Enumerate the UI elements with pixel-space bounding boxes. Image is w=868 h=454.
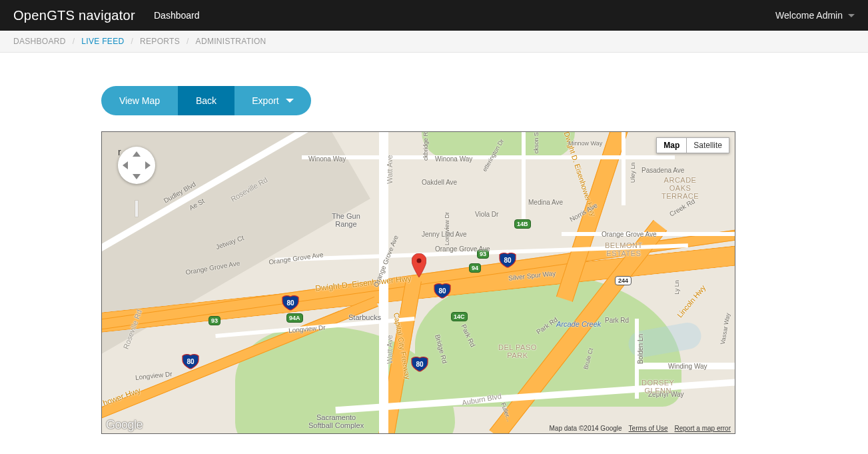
- street-label: Orange Grove Ave: [435, 245, 490, 253]
- svg-point-4: [417, 259, 422, 263]
- maptype-satellite-button[interactable]: Satellite: [686, 137, 729, 153]
- route-badge: 244: [615, 276, 632, 285]
- navbar: OpenGTS navigator Dashboard Welcome Admi…: [0, 0, 868, 31]
- user-menu[interactable]: Welcome Admin: [775, 10, 855, 21]
- google-watermark: Google: [106, 418, 143, 432]
- interstate-shield-icon: 80: [182, 353, 199, 369]
- pan-right-icon[interactable]: [145, 161, 151, 169]
- content: View Map Back Export: [101, 86, 835, 434]
- street-label: Ly Ln: [673, 280, 680, 295]
- route-badge: 94: [469, 263, 481, 273]
- subnav-item-administration[interactable]: ADMINISTRATION: [196, 37, 266, 46]
- interstate-shield-icon: 80: [434, 283, 451, 299]
- zoom-slider[interactable]: [135, 200, 139, 217]
- street-label: Park Rd: [605, 317, 629, 324]
- interstate-shield-icon: 80: [411, 356, 428, 372]
- pan-control[interactable]: r: [118, 147, 155, 184]
- maptype-map-button[interactable]: Map: [656, 137, 686, 153]
- maptype-toggle: Map Satellite: [656, 137, 729, 153]
- street-label: Vassar Way: [719, 313, 731, 345]
- street-label: Orange Grove Ave: [602, 231, 657, 238]
- street-label: ckson St: [533, 131, 540, 153]
- shield-text: 80: [438, 287, 446, 295]
- export-button[interactable]: Export: [234, 86, 311, 115]
- subnav-item-dashboard[interactable]: DASHBOARD: [13, 37, 66, 46]
- route-badge: 94A: [286, 313, 303, 323]
- street-label: Winona Way: [435, 155, 472, 163]
- poi-label: Starbucks: [348, 313, 381, 321]
- area-label: DEL PASO PARK: [498, 343, 537, 359]
- svg-text:80: 80: [187, 358, 195, 365]
- pan-up-icon[interactable]: [133, 151, 141, 157]
- caret-down-icon: [848, 14, 855, 17]
- area-label: DORSEY GLENN: [642, 379, 674, 395]
- brand[interactable]: OpenGTS navigator: [13, 8, 135, 23]
- view-map-button[interactable]: View Map: [101, 86, 178, 115]
- pan-down-icon[interactable]: [133, 174, 141, 179]
- route-badge: 93: [209, 316, 220, 325]
- svg-text:80: 80: [504, 257, 512, 264]
- map-attribution: Map data ©2014 Google: [549, 425, 622, 432]
- svg-text:80: 80: [416, 361, 424, 368]
- separator: /: [131, 37, 133, 46]
- subnav: DASHBOARD / LIVE FEED / REPORTS / ADMINI…: [0, 31, 868, 53]
- street-label: Pasadena Ave: [642, 167, 684, 174]
- navbar-left: OpenGTS navigator Dashboard: [13, 8, 199, 23]
- interstate-shield-icon: 80: [499, 252, 516, 268]
- street-label: Lincoln Hwy: [675, 283, 707, 319]
- pan-left-icon[interactable]: [123, 161, 128, 169]
- caret-down-icon: [286, 99, 294, 103]
- area-label: BELMONT ESTATES: [605, 241, 643, 257]
- road-vert1: [522, 131, 526, 219]
- interstate-shield-icon: 80: [282, 295, 299, 311]
- road-vert2: [622, 131, 626, 205]
- street-label: ckbridge Rd: [422, 131, 429, 161]
- street-label: Bolden Ln: [637, 334, 644, 364]
- page-body: View Map Back Export: [0, 53, 868, 434]
- page-title[interactable]: Dashboard: [154, 10, 200, 21]
- street-label: Longview Dr: [444, 212, 450, 245]
- street-label: Medina Ave: [528, 199, 563, 206]
- back-button[interactable]: Back: [178, 86, 234, 115]
- report-link[interactable]: Report a map error: [675, 425, 731, 432]
- button-pill-group: View Map Back Export: [101, 86, 311, 115]
- map[interactable]: Dwight D. Eisenhower Hwy Dwight D. Eisen…: [101, 131, 735, 434]
- street-label: Minnow Way: [568, 140, 602, 147]
- subnav-item-livefeed[interactable]: LIVE FEED: [81, 37, 124, 46]
- separator: /: [73, 37, 75, 46]
- user-label: Welcome Admin: [775, 10, 843, 21]
- route-badge: 14C: [451, 312, 468, 321]
- separator: /: [187, 37, 189, 46]
- export-label: Export: [252, 95, 278, 106]
- street-label: Watt Ave: [386, 155, 394, 183]
- street-label: Oakdell Ave: [422, 179, 457, 186]
- poi-label: The Gun Range: [332, 212, 360, 228]
- poi-label: Sacramento Softball Complex: [308, 413, 364, 429]
- map-canvas: Dwight D. Eisenhower Hwy Dwight D. Eisen…: [102, 132, 735, 433]
- map-marker-icon[interactable]: [412, 253, 426, 277]
- route-badge: 14B: [514, 219, 531, 229]
- street-label: Orange Grove Ave: [268, 251, 324, 265]
- area-label: ARCADE OAKS TERRACE: [661, 176, 699, 200]
- street-label: Winding Way: [668, 363, 707, 370]
- poi-label: Arcade Creek: [556, 320, 601, 328]
- street-label: Viola Dr: [475, 211, 498, 218]
- subnav-item-reports[interactable]: REPORTS: [140, 37, 180, 46]
- svg-text:80: 80: [286, 299, 294, 307]
- street-label: Creek Rd: [668, 197, 696, 218]
- map-footer: Map data ©2014 Google Terms of Use Repor…: [549, 425, 731, 432]
- terms-link[interactable]: Terms of Use: [629, 425, 668, 432]
- street-label: Winona Way: [308, 155, 346, 163]
- street-label: Uley Ln: [630, 163, 636, 183]
- street-label: Watt Ave: [386, 335, 394, 363]
